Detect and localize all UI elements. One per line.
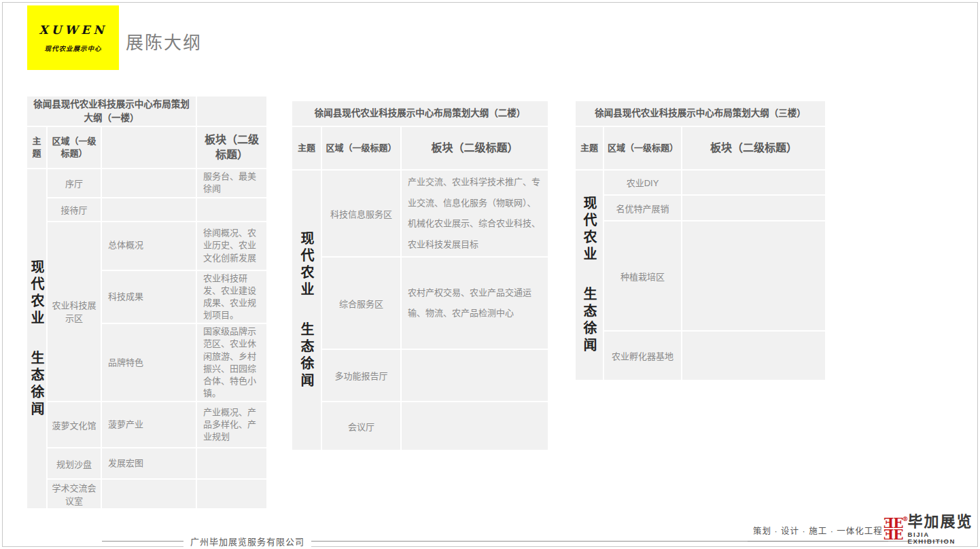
theme-vertical-text: 现代农业 生态徐闻: [292, 231, 321, 390]
sub-cell: 总体概况: [102, 222, 196, 270]
sub-cell: [102, 480, 196, 508]
block-cell: 农村产权交易、农业产品交通运输、物流、农产品检测中心: [402, 258, 548, 349]
area-cell: 多功能报告厅: [322, 350, 400, 401]
sub-cell: [102, 169, 196, 196]
area-cell: 菠萝文化馆: [48, 402, 101, 447]
theme-top: 现代农业: [30, 260, 43, 327]
bijia-brand-name: 毕加展览: [908, 514, 980, 529]
block-cell: 产业交流、农业科学技术推广、专业交流、信息化服务（物联网）、机械化农业展示、综合…: [402, 171, 548, 256]
xuwen-logo: XUWEN 现代农业展示中心: [27, 5, 119, 70]
bijia-logo: ƎE ƎE ® 毕加展览 BIJIA EXHIBITION: [883, 514, 980, 544]
block-cell: 农业科技研发、农业建设成果、农业规划项目。: [197, 271, 266, 323]
block-cell: [682, 196, 825, 220]
theme-vertical-text: 现代农业 生态徐闻: [27, 260, 46, 419]
footer-company-name: 广州毕加展览服务有限公司: [183, 535, 311, 548]
area-cell: 农业DIY: [604, 171, 681, 194]
header-middle-empty: [102, 127, 196, 168]
theme-cell: 现代农业 生态徐闻: [576, 171, 603, 380]
header-block: 板块（二级标题）: [197, 127, 266, 168]
sub-cell: 科技成果: [102, 271, 196, 323]
block-cell: [682, 222, 825, 330]
table-floor1-title-empty-cell: [197, 96, 266, 126]
block-cell: [197, 480, 266, 508]
theme-bottom: 生态徐闻: [582, 287, 596, 355]
theme-top: 现代农业: [300, 231, 313, 299]
theme-cell: 现代农业 生态徐闻: [292, 171, 321, 450]
area-cell: 名优特产展销: [604, 196, 681, 220]
header-theme: 主题: [576, 127, 603, 169]
table-floor3-title: 徐闻县现代农业科技展示中心布局策划大纲（三楼）: [576, 101, 825, 126]
sub-cell: 菠萝产业: [102, 402, 196, 447]
block-cell: [402, 350, 548, 401]
xuwen-logo-subtitle: 现代农业展示中心: [44, 43, 101, 53]
table-floor2: 徐闻县现代农业科技展示中心布局策划大纲（二楼） 主题 区域（一级标题） 板块（二…: [291, 100, 549, 451]
block-cell: [197, 198, 266, 221]
footer-slogan: 策划 · 设计 · 施工 · 一体化工程: [748, 524, 888, 542]
header-area: 区域（一级标题）: [604, 127, 681, 169]
area-cell: 会议厅: [322, 402, 400, 450]
sub-cell: 品牌特色: [102, 324, 196, 401]
theme-cell: 现代农业 生态徐闻: [27, 169, 46, 508]
header-theme: 主题: [27, 127, 46, 168]
block-cell: 产业概况、产品多样化、产业规划: [197, 402, 266, 447]
table-floor2-title: 徐闻县现代农业科技展示中心布局策划大纲（二楼）: [292, 101, 548, 126]
header-block: 板块（二级标题）: [682, 127, 825, 169]
bijia-logo-icon-row2: ƎE: [883, 529, 903, 541]
xuwen-logo-wordmark: XUWEN: [39, 23, 107, 37]
theme-vertical-text: 现代农业 生态徐闻: [576, 196, 603, 355]
bijia-brand-subname: BIJIA EXHIBITION: [908, 531, 980, 544]
sub-cell: 发展宏图: [102, 448, 196, 478]
block-cell: 徐闻概况、农业历史、农业文化创新发展: [197, 222, 266, 270]
header-area: 区域（一级标题）: [48, 127, 101, 168]
area-cell: 规划沙盘: [48, 448, 101, 478]
area-cell: 农业科技展示区: [48, 222, 101, 402]
area-cell: 科技信息服务区: [322, 171, 400, 256]
block-cell: [682, 171, 825, 194]
header-block: 板块（二级标题）: [402, 127, 548, 169]
sub-cell: [102, 198, 196, 221]
bijia-logo-icon: ƎE ƎE ®: [883, 518, 903, 541]
block-cell: 服务台、最美徐闻: [197, 169, 266, 196]
theme-bottom: 生态徐闻: [30, 351, 43, 419]
area-cell: 接待厅: [48, 198, 101, 221]
area-cell: 农业孵化器基地: [604, 332, 681, 380]
block-cell: [197, 448, 266, 478]
area-cell: 序厅: [48, 169, 101, 196]
table-floor1-title: 徐闻县现代农业科技展示中心布局策划大纲（一楼）: [27, 96, 196, 126]
registered-trademark-icon: ®: [903, 514, 909, 525]
area-cell: 种植栽培区: [604, 222, 681, 330]
block-cell: [682, 332, 825, 380]
block-cell: [402, 402, 548, 450]
block-cell: 国家级品牌示范区、农业休闲旅游、乡村振兴、田园综合体、特色小镇。: [197, 324, 266, 401]
theme-bottom: 生态徐闻: [300, 322, 313, 390]
area-cell: 学术交流会议室: [48, 480, 101, 508]
table-floor1: 徐闻县现代农业科技展示中心布局策划大纲（一楼） 主题 区域（一级标题） 板块（二…: [26, 95, 268, 510]
header-area: 区域（一级标题）: [322, 127, 400, 169]
bijia-logo-text: 毕加展览 BIJIA EXHIBITION: [908, 514, 980, 544]
header-theme: 主题: [292, 127, 321, 169]
theme-top: 现代农业: [582, 196, 596, 264]
table-floor3: 徐闻县现代农业科技展示中心布局策划大纲（三楼） 主题 区域（一级标题） 板块（二…: [574, 100, 826, 381]
area-cell: 综合服务区: [322, 258, 400, 349]
page-title: 展陈大纲: [126, 29, 202, 54]
